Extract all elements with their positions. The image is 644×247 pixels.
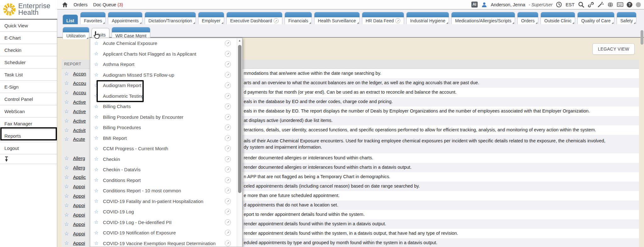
favorite-star-icon[interactable]: ☆ (64, 118, 69, 124)
favorite-star-icon[interactable]: ☆ (94, 114, 98, 119)
favorite-star-icon[interactable]: ☆ (94, 135, 98, 140)
dropdown-report-item[interactable]: ☆ Checkin ↗ (90, 154, 237, 165)
favorite-star-icon[interactable]: ☆ (64, 90, 69, 95)
tab[interactable]: Employer (198, 12, 224, 24)
tab[interactable]: Financials (285, 12, 312, 24)
favorite-star-icon[interactable]: ☆ (94, 188, 98, 193)
report-link[interactable]: Allerg (73, 165, 85, 170)
popout-icon[interactable]: ↗ (225, 209, 231, 215)
favorite-star-icon[interactable]: ☆ (64, 240, 69, 246)
favorite-star-icon[interactable]: ☆ (64, 99, 69, 105)
dropdown-report-item[interactable]: ☆ COVID-19 Log ↗ (90, 206, 237, 217)
sidebar-item[interactable]: Control Panel (0, 93, 57, 105)
tab[interactable]: Appointments (108, 12, 142, 24)
popout-icon[interactable]: ↗ (225, 145, 231, 151)
scroll-up-arrow-icon[interactable]: ▲ (237, 39, 242, 42)
favorite-star-icon[interactable]: ☆ (64, 203, 69, 208)
report-link[interactable]: Appoi (73, 222, 85, 227)
report-link[interactable]: Accon (73, 71, 86, 76)
popout-icon[interactable]: ↗ (225, 135, 231, 141)
popout-icon[interactable]: ↗ (225, 93, 231, 99)
report-link[interactable]: Accou (73, 80, 86, 86)
favorite-star-icon[interactable]: ☆ (94, 220, 98, 225)
favorite-star-icon[interactable]: ☆ (64, 222, 69, 227)
popout-icon[interactable]: ↗ (225, 219, 231, 225)
dropdown-report-item[interactable]: ☆ Acute Chemical Exposure ↗ (90, 38, 237, 49)
popout-icon[interactable]: ↗ (225, 240, 231, 246)
wand-icon[interactable] (597, 2, 604, 8)
help-icon[interactable]: ? (627, 2, 632, 8)
sidebar-item[interactable]: Quick View (0, 19, 57, 32)
popout-icon[interactable]: ↗ (225, 82, 231, 88)
status-dot-icon[interactable] (636, 2, 641, 7)
dropdown-report-item[interactable]: ☆ Audiometric Testing ↗ (90, 91, 237, 102)
dropdown-report-item[interactable]: ☆ Asthma Report ↗ (90, 59, 237, 70)
popout-icon[interactable]: ↗ (225, 177, 231, 183)
favorite-star-icon[interactable]: ☆ (64, 80, 69, 86)
favorite-star-icon[interactable]: ☆ (94, 209, 98, 214)
tab[interactable]: Medications/Allergies/Scripts (451, 12, 515, 24)
report-link[interactable]: Appoi (73, 203, 85, 208)
dropdown-report-item[interactable]: ☆ Conditions Report - 10 most common ↗ (90, 185, 237, 196)
sidebar-item[interactable]: Fax Manager (0, 118, 57, 130)
dropdown-report-item[interactable]: ☆ COVID-19 Log - De-identified PII ↗ (90, 217, 237, 228)
legacy-view-button[interactable]: LEGACY VIEW (592, 43, 635, 55)
report-link[interactable]: Applic (73, 174, 86, 180)
sidebar-item[interactable]: E-Sign (0, 81, 57, 93)
popout-icon[interactable]: ↗ (225, 114, 231, 120)
tab[interactable]: Executive Dashboard ↗ (226, 12, 282, 24)
favorite-star-icon[interactable]: ☆ (94, 156, 98, 162)
tab[interactable]: Industrial Hygiene (406, 12, 449, 24)
popout-icon[interactable]: ↗ (225, 124, 231, 130)
popout-icon[interactable]: ↗ (225, 167, 231, 173)
dropdown-report-item[interactable]: ☆ BMI Report ↗ (90, 133, 237, 144)
favorite-star-icon[interactable]: ☆ (94, 62, 98, 67)
favorite-star-icon[interactable]: ☆ (64, 231, 69, 236)
sidebar-item[interactable]: Reports (0, 130, 57, 142)
dropdown-report-item[interactable]: ☆ Conditions Report ↗ (90, 175, 237, 186)
report-link[interactable]: Appoi (73, 231, 85, 236)
favorite-star-icon[interactable]: ☆ (94, 125, 98, 130)
tab[interactable]: Favorites (80, 12, 106, 24)
tab[interactable]: Outside Clinic (541, 12, 575, 24)
favorite-star-icon[interactable]: ☆ (64, 165, 69, 170)
popout-icon[interactable]: ↗ (395, 18, 400, 23)
home-icon[interactable] (62, 2, 68, 8)
report-link[interactable]: Appoi (73, 184, 85, 189)
tab[interactable]: List (63, 14, 78, 24)
tab[interactable]: Dictation/Transcription (145, 12, 196, 24)
search-icon[interactable] (578, 2, 584, 8)
report-link[interactable]: Active (73, 118, 86, 124)
popout-icon[interactable]: ↗ (225, 40, 231, 46)
sidebar-item[interactable]: Scheduler (0, 56, 57, 69)
report-link[interactable]: Active (73, 109, 86, 114)
tab[interactable]: Safety (617, 12, 637, 24)
dropdown-report-item[interactable]: ☆ Billing Charts ↗ (90, 101, 237, 112)
favorite-star-icon[interactable]: ☆ (94, 146, 98, 151)
globe-icon[interactable] (607, 2, 613, 8)
report-link[interactable]: Appoi (73, 240, 85, 246)
tab[interactable]: Health Surveillance (314, 12, 360, 24)
page-scrollbar-thumb[interactable] (641, 30, 643, 45)
keyboard-icon[interactable] (617, 2, 623, 8)
sidebar-item[interactable]: Logout (0, 142, 57, 154)
favorite-star-icon[interactable]: ☆ (94, 41, 98, 46)
favorite-star-icon[interactable]: ☆ (64, 174, 69, 180)
breadcrumb-orders[interactable]: Orders (74, 2, 87, 7)
popout-icon[interactable]: ↗ (225, 72, 231, 78)
favorite-star-icon[interactable]: ☆ (94, 104, 98, 109)
report-link[interactable]: Acute (73, 136, 85, 142)
dropdown-scrollbar-thumb[interactable] (238, 45, 242, 193)
report-link[interactable]: Appoi (73, 212, 85, 217)
favorite-star-icon[interactable]: ☆ (64, 212, 69, 217)
report-link[interactable]: Appoi (73, 193, 85, 199)
pin-icon[interactable] (4, 156, 8, 162)
tab[interactable]: HR Data Feed ↗ (362, 12, 404, 24)
sidebar-item[interactable]: Task List (0, 69, 57, 81)
favorite-star-icon[interactable]: ☆ (94, 199, 98, 204)
tab[interactable]: Quality of Care (577, 12, 614, 24)
report-link[interactable]: Active (73, 99, 86, 105)
dropdown-report-item[interactable]: ☆ Billing Procedures ↗ (90, 122, 237, 133)
favorite-star-icon[interactable]: ☆ (94, 230, 98, 235)
popout-icon[interactable]: ↗ (225, 51, 231, 57)
